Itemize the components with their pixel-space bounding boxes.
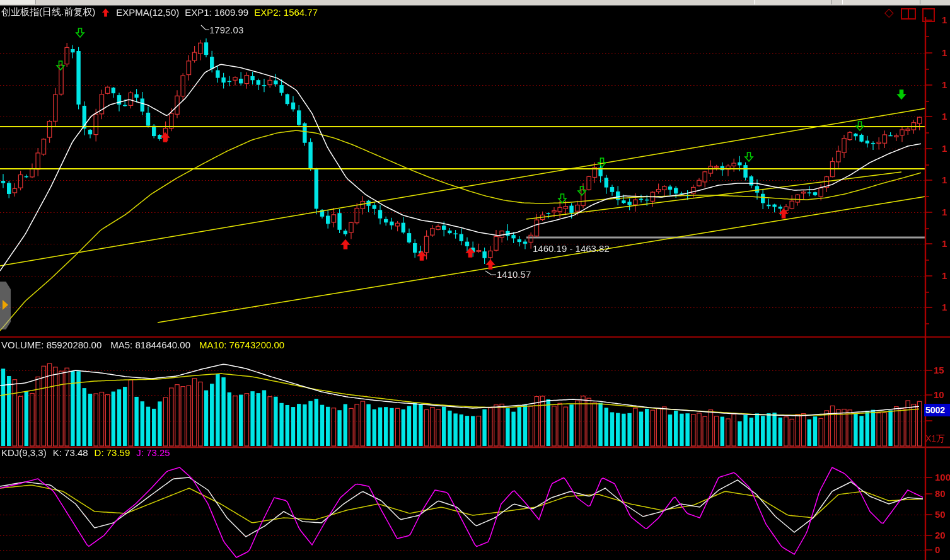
sell-signal-arrow (557, 193, 567, 206)
price-axis-label: 1 (942, 238, 947, 249)
buy-signal-arrow (340, 239, 350, 252)
volume-header: VOLUME: 85920280.00 MA5: 81844640.00 MA1… (1, 340, 284, 350)
price-axis-label: 1 (942, 174, 947, 185)
buy-signal-arrow (465, 248, 475, 260)
sell-signal-arrow (597, 157, 607, 170)
symbol-title: 创业板指(日线.前复权) (1, 6, 95, 18)
up-arrow-icon (101, 8, 110, 18)
indicator-name: EXPMA(12,50) (116, 7, 179, 18)
volume-ma5-value: MA5: 81844640.00 (110, 340, 190, 350)
low-price-annotation: 1410.57 (497, 269, 531, 280)
price-axis-label: 1 (942, 47, 947, 58)
sell-signal-solid-arrow (896, 89, 907, 102)
sell-signal-arrow (744, 152, 754, 164)
sell-signal-arrow (855, 121, 865, 134)
exp2-value: EXP2: 1564.77 (254, 7, 318, 18)
kdj-axis-label: 50 (935, 509, 946, 520)
volume-axis-label: 15 (934, 365, 944, 375)
price-axis-label: 1 (942, 302, 947, 312)
price-axis-label: 1 (942, 270, 947, 281)
buy-signal-arrow (779, 209, 789, 221)
diamond-icon[interactable]: ◇ (884, 6, 894, 20)
volume-value: VOLUME: 85920280.00 (1, 340, 101, 350)
gap-range-annotation: 1460.19 - 1463.82 (533, 243, 610, 254)
price-axis-label: 1 (942, 79, 947, 90)
volume-axis-label: 10 (934, 389, 944, 400)
kdj-k-value: K: 73.48 (53, 447, 88, 458)
kdj-j-value: J: 73.25 (136, 447, 170, 458)
price-axis-label: 1 (942, 14, 947, 25)
volume-ma10-value: MA10: 76743200.00 (199, 340, 284, 350)
sell-signal-arrow (577, 186, 587, 198)
buy-signal-arrow (417, 251, 427, 263)
price-axis-label: 1 (942, 143, 947, 154)
kdj-name: KDJ(9,3,3) (1, 447, 47, 458)
kdj-axis-label: 80 (935, 488, 946, 499)
main-chart-header: 创业板指(日线.前复权) EXPMA(12,50) EXP1: 1609.99 … (1, 6, 318, 18)
scroll-left-handle[interactable] (0, 282, 11, 329)
sell-signal-arrow (75, 28, 85, 40)
price-axis-label: 1 (942, 207, 947, 217)
right-triangle-icon (3, 300, 8, 310)
kdj-axis-label: 100 (935, 472, 950, 483)
kdj-d-value: D: 73.59 (95, 447, 130, 458)
exp1-value: EXP1: 1609.99 (185, 7, 248, 18)
volume-unit-label: X1万 (925, 433, 945, 445)
chart-canvas[interactable] (0, 0, 950, 560)
square-marker-icon[interactable] (922, 8, 935, 22)
kdj-axis-label: 20 (935, 530, 946, 540)
buy-signal-arrow (485, 260, 495, 272)
kdj-header: KDJ(9,3,3) K: 73.48 D: 73.59 J: 73.25 (1, 447, 170, 458)
buy-signal-arrow (160, 132, 170, 145)
tile-windows-icon[interactable] (908, 8, 916, 20)
peak-price-annotation: 1792.03 (209, 25, 243, 35)
stock-chart-app: 创业板指(日线.前复权) EXPMA(12,50) EXP1: 1609.99 … (0, 0, 950, 560)
sell-signal-arrow (55, 60, 66, 73)
kdj-axis-label: 0 (935, 544, 940, 555)
price-axis-label: 1 (942, 111, 947, 122)
current-volume-badge: 5002 (924, 404, 950, 416)
